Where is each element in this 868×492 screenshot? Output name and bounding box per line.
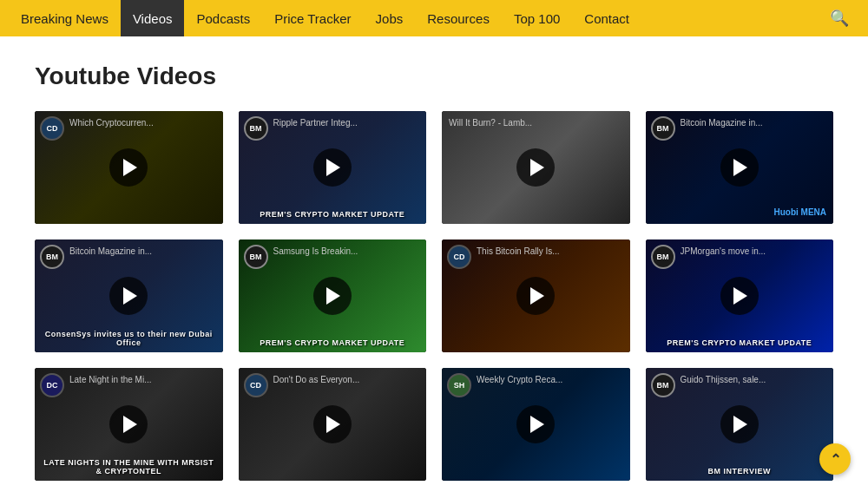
- channel-badge: CD: [244, 373, 268, 397]
- nav-breaking-news[interactable]: Breaking News: [9, 0, 121, 36]
- video-grid: CD Which Cryptocurren... BM Ripple Partn…: [35, 111, 833, 481]
- video-bottom-label: LATE NIGHTS IN THE MINE WITH MRSIST & CR…: [40, 458, 218, 476]
- channel-label: Late Night in the Mi...: [69, 375, 152, 384]
- play-button[interactable]: [516, 405, 555, 443]
- channel-badge: BM: [651, 245, 675, 269]
- scroll-to-top-button[interactable]: ⌃: [819, 443, 851, 475]
- channel-badge: BM: [651, 373, 675, 397]
- channel-label: This Bitcoin Rally Is...: [477, 246, 560, 256]
- nav-jobs[interactable]: Jobs: [364, 0, 416, 36]
- video-thumbnail: BM Samsung Is Breakin... PREM'S CRYPTO M…: [239, 239, 427, 352]
- search-icon[interactable]: 🔍: [819, 0, 859, 36]
- video-thumbnail: CD This Bitcoin Rally Is...: [442, 239, 630, 352]
- video-thumbnail: SH Weekly Crypto Reca...: [442, 368, 630, 481]
- nav-top100[interactable]: Top 100: [502, 0, 572, 36]
- video-thumbnail: BM Bitcoin Magazine in... Huobi MENA: [646, 111, 834, 224]
- play-button[interactable]: [313, 148, 352, 187]
- play-button[interactable]: [516, 277, 555, 315]
- channel-label: Ripple Partner Integ...: [273, 118, 358, 128]
- channel-label: Samsung Is Breakin...: [273, 246, 358, 256]
- play-button[interactable]: [720, 148, 759, 187]
- video-thumbnail: BM Guido Thijssen, sale... BM INTERVIEW: [646, 368, 834, 481]
- channel-badge: BM: [651, 116, 675, 141]
- play-button[interactable]: [313, 277, 352, 315]
- video-bottom-label: PREM'S CRYPTO MARKET UPDATE: [244, 338, 422, 347]
- main-content: Youtube Videos CD Which Cryptocurren... …: [0, 36, 868, 492]
- video-thumbnail: BM JPMorgan's move in... PREM'S CRYPTO M…: [646, 239, 834, 352]
- channel-label: Don't Do as Everyon...: [273, 375, 360, 384]
- video-card[interactable]: BM Bitcoin Magazine in... ConsenSys invi…: [35, 239, 223, 352]
- brand-label: Huobi MENA: [773, 207, 826, 217]
- nav-videos[interactable]: Videos: [121, 0, 185, 36]
- play-button[interactable]: [109, 148, 148, 187]
- channel-label: Will It Burn? - Lamb...: [449, 118, 532, 128]
- video-thumbnail: Will It Burn? - Lamb...: [442, 111, 630, 224]
- video-card[interactable]: BM Ripple Partner Integ... PREM'S CRYPTO…: [239, 111, 427, 224]
- channel-badge: SH: [447, 373, 471, 397]
- video-thumbnail: CD Which Cryptocurren...: [35, 111, 223, 224]
- video-bottom-label: PREM'S CRYPTO MARKET UPDATE: [244, 210, 422, 219]
- video-card[interactable]: SH Weekly Crypto Reca...: [442, 368, 630, 481]
- play-button[interactable]: [313, 405, 352, 443]
- channel-label: Weekly Crypto Reca...: [477, 375, 562, 384]
- channel-badge: BM: [40, 245, 64, 269]
- video-card[interactable]: DC Late Night in the Mi... LATE NIGHTS I…: [35, 368, 223, 481]
- video-thumbnail: BM Ripple Partner Integ... PREM'S CRYPTO…: [239, 111, 427, 224]
- nav-price-tracker[interactable]: Price Tracker: [262, 0, 363, 36]
- channel-badge: DC: [40, 373, 64, 397]
- play-button[interactable]: [720, 277, 759, 315]
- video-card[interactable]: BM Guido Thijssen, sale... BM INTERVIEW: [646, 368, 834, 481]
- nav-podcasts[interactable]: Podcasts: [184, 0, 262, 36]
- channel-label: Bitcoin Magazine in...: [681, 118, 763, 128]
- video-card[interactable]: BM JPMorgan's move in... PREM'S CRYPTO M…: [646, 239, 834, 352]
- channel-label: JPMorgan's move in...: [681, 246, 766, 256]
- play-button[interactable]: [109, 277, 148, 315]
- play-button[interactable]: [720, 405, 759, 443]
- nav-spacer: [641, 0, 819, 36]
- video-card[interactable]: CD Which Cryptocurren...: [35, 111, 223, 224]
- play-button[interactable]: [109, 405, 148, 443]
- video-bottom-label: PREM'S CRYPTO MARKET UPDATE: [651, 338, 829, 347]
- video-thumbnail: BM Bitcoin Magazine in... ConsenSys invi…: [35, 239, 223, 352]
- video-card[interactable]: BM Samsung Is Breakin... PREM'S CRYPTO M…: [239, 239, 427, 352]
- video-bottom-label: ConsenSys invites us to their new Dubai …: [40, 330, 218, 347]
- video-thumbnail: DC Late Night in the Mi... LATE NIGHTS I…: [35, 368, 223, 481]
- video-thumbnail: CD Don't Do as Everyon...: [239, 368, 427, 481]
- channel-label: Bitcoin Magazine in...: [69, 246, 152, 256]
- nav-contact[interactable]: Contact: [572, 0, 641, 36]
- play-button[interactable]: [516, 148, 555, 187]
- navigation: Breaking News Videos Podcasts Price Trac…: [0, 0, 868, 36]
- channel-badge: CD: [40, 116, 64, 141]
- channel-badge: BM: [244, 116, 268, 141]
- channel-badge: BM: [244, 245, 268, 269]
- channel-label: Guido Thijssen, sale...: [681, 375, 766, 384]
- video-card[interactable]: CD This Bitcoin Rally Is...: [442, 239, 630, 352]
- nav-resources[interactable]: Resources: [415, 0, 502, 36]
- video-card[interactable]: Will It Burn? - Lamb...: [442, 111, 630, 224]
- video-card[interactable]: CD Don't Do as Everyon...: [239, 368, 427, 481]
- page-title: Youtube Videos: [35, 62, 833, 90]
- channel-badge: CD: [447, 245, 471, 269]
- channel-label: Which Cryptocurren...: [69, 118, 154, 128]
- video-card[interactable]: BM Bitcoin Magazine in... Huobi MENA: [646, 111, 834, 224]
- video-bottom-label: BM INTERVIEW: [651, 467, 829, 476]
